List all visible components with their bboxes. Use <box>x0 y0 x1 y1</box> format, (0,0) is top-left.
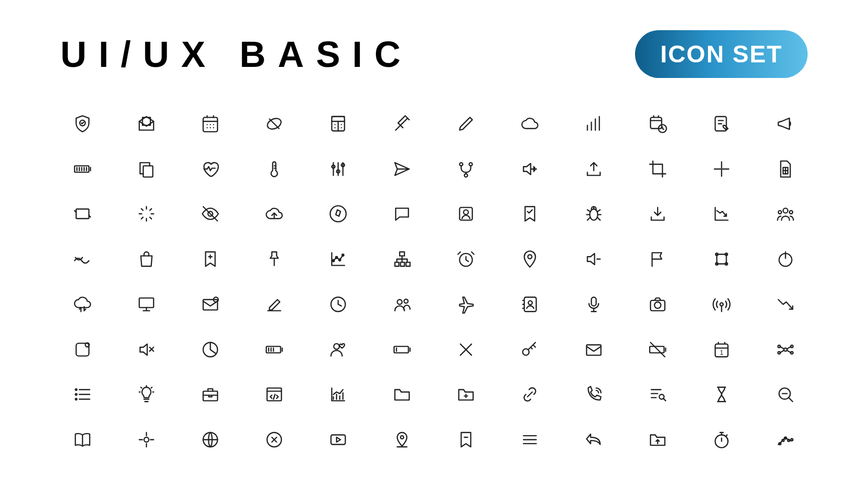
card-cross-icon <box>252 108 296 139</box>
heart-pulse-icon <box>188 153 232 185</box>
crop-icon <box>636 153 680 185</box>
folder-icon <box>380 379 424 410</box>
bookmark-check-icon <box>508 199 552 230</box>
calculator-icon <box>316 108 360 139</box>
calendar-grid-icon <box>188 108 232 139</box>
lightbulb-icon <box>124 379 168 410</box>
link-icon <box>508 379 552 410</box>
close-circle-icon <box>252 424 296 455</box>
battery-mid-icon <box>252 334 296 365</box>
close-icon <box>444 334 488 365</box>
target-icon <box>124 424 168 455</box>
microphone-icon <box>572 289 616 320</box>
alarm-icon <box>444 243 488 275</box>
battery-off-icon <box>636 334 680 365</box>
send-icon <box>380 153 424 185</box>
battery-low-icon <box>380 334 424 365</box>
flag-icon <box>636 243 680 275</box>
square-notif-icon <box>60 334 104 365</box>
video-icon <box>316 424 360 455</box>
monitor-icon <box>124 289 168 320</box>
download-tray-icon <box>636 199 680 230</box>
hourglass-icon <box>700 379 744 410</box>
sim-card-icon <box>764 153 808 185</box>
wave-icon <box>60 243 104 275</box>
frame-icon <box>700 243 744 275</box>
power-icon <box>764 243 808 275</box>
pencil-icon <box>444 108 488 139</box>
copy-icon <box>124 153 168 185</box>
calendar-clock-icon <box>636 108 680 139</box>
eye-off-icon <box>188 199 232 230</box>
camera-icon <box>636 289 680 320</box>
bug-icon <box>572 199 616 230</box>
sliders-icon <box>316 153 360 185</box>
bar-chart-icon <box>572 108 616 139</box>
volume-up-icon <box>508 153 552 185</box>
thermometer-icon <box>252 153 296 185</box>
line-chart-dots-icon <box>316 243 360 275</box>
book-icon <box>60 424 104 455</box>
megaphone-icon <box>764 108 808 139</box>
users-icon <box>380 289 424 320</box>
envelope-icon <box>572 334 616 365</box>
minimize-icon <box>700 153 744 185</box>
upload-tray-icon <box>572 153 616 185</box>
branch-icon <box>444 153 488 185</box>
volume-down-icon <box>572 243 616 275</box>
bar-trend-icon <box>316 379 360 410</box>
folder-add-icon <box>444 379 488 410</box>
reply-icon <box>572 424 616 455</box>
compass-icon <box>316 199 360 230</box>
mail-open-icon <box>124 108 168 139</box>
header: UI/UX BASIC ICON SET <box>0 0 868 93</box>
syringe-icon <box>380 108 424 139</box>
battery-full-icon <box>60 153 104 185</box>
briefcase-icon <box>188 379 232 410</box>
airplane-icon <box>444 289 488 320</box>
rotate-icon <box>60 199 104 230</box>
contacts-icon <box>508 289 552 320</box>
calendar-day-icon <box>700 334 744 365</box>
zoom-out-icon <box>764 379 808 410</box>
bookmark-remove-icon <box>444 424 488 455</box>
chat-icon <box>380 199 424 230</box>
folder-up-icon <box>636 424 680 455</box>
menu-icon <box>508 424 552 455</box>
list-search-icon <box>636 379 680 410</box>
broadcast-icon <box>700 289 744 320</box>
chart-scatter-icon <box>764 424 808 455</box>
sitemap-icon <box>380 243 424 275</box>
map-pin-icon <box>380 424 424 455</box>
globe-icon <box>188 424 232 455</box>
shopping-bag-icon <box>124 243 168 275</box>
chart-down-icon <box>700 199 744 230</box>
mail-new-icon <box>188 289 232 320</box>
stopwatch-icon <box>700 424 744 455</box>
icon-set-badge: ICON SET <box>635 30 808 78</box>
phone-ring-icon <box>572 379 616 410</box>
edit-note-icon <box>700 108 744 139</box>
cloud-up-icon <box>252 199 296 230</box>
user-card-icon <box>444 199 488 230</box>
clock-icon <box>316 289 360 320</box>
user-heart-icon <box>316 334 360 365</box>
cloud-icon <box>508 108 552 139</box>
bookmark-add-icon <box>188 243 232 275</box>
pie-chart-icon <box>188 334 232 365</box>
pin-icon <box>252 243 296 275</box>
icon-grid <box>0 93 868 485</box>
group-icon <box>764 199 808 230</box>
edit-line-icon <box>252 289 296 320</box>
key-icon <box>508 334 552 365</box>
share-nodes-icon <box>764 334 808 365</box>
page-title: UI/UX BASIC <box>60 34 413 75</box>
loading-icon <box>124 199 168 230</box>
location-pin-icon <box>508 243 552 275</box>
volume-mute-icon <box>124 334 168 365</box>
code-window-icon <box>252 379 296 410</box>
trend-down-icon <box>764 289 808 320</box>
shield-check-icon <box>60 108 104 139</box>
list-icon <box>60 379 104 410</box>
cloud-sync-icon <box>60 289 104 320</box>
